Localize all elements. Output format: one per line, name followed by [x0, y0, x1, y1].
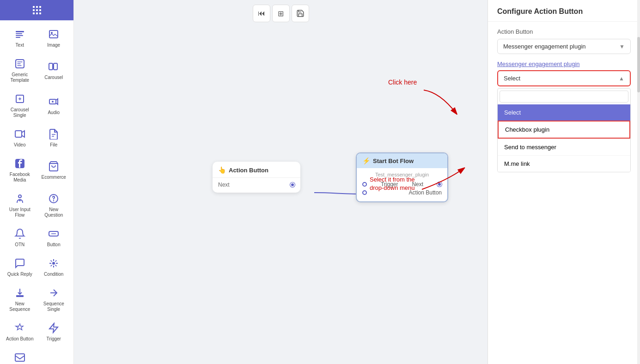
sidebar-item-label-new-question: New Question — [40, 207, 68, 218]
trigger-in-connector[interactable] — [362, 182, 367, 187]
action-in-connector[interactable] — [362, 190, 367, 195]
sidebar-item-otn[interactable]: OTN — [4, 224, 36, 251]
condition-icon — [47, 257, 60, 270]
sidebar-item-facebook-media[interactable]: Facebook Media — [4, 153, 36, 187]
action-button-node-header: 👆 Action Button — [213, 162, 300, 178]
sidebar-item-ecommerce[interactable]: Ecommerce — [38, 153, 70, 187]
action-button-section: Action Button Messenger engagement plugi… — [488, 22, 640, 61]
sidebar-item-quick-reply[interactable]: Quick Reply — [4, 253, 36, 281]
sidebar-item-label-carousel-single: Carousel Single — [6, 107, 34, 118]
sidebar: Text Image Generic Template Carousel — [0, 0, 74, 364]
quick-reply-icon — [13, 257, 26, 270]
sidebar-item-text[interactable]: Text — [4, 24, 36, 52]
sidebar-item-label-otn: OTN — [15, 242, 24, 248]
action-button-node-title: Action Button — [229, 167, 268, 174]
sidebar-item-sequence-single[interactable]: Sequence Single — [38, 283, 70, 316]
sidebar-item-carousel[interactable]: Carousel — [38, 54, 70, 87]
canvas-area: ⏮ ⊞ 👆 Action Button Next ⚡ Start Bot Flo… — [74, 0, 488, 364]
dropdown-item-send-messenger-label: Send to messenger — [504, 144, 556, 151]
dropdown-item-send-messenger[interactable]: Send to messenger — [498, 139, 630, 155]
carousel-icon — [47, 60, 60, 73]
dropdown-item-select[interactable]: Select — [498, 104, 630, 121]
ecommerce-icon — [47, 160, 60, 173]
sidebar-item-label-new-sequence: New Sequence — [6, 301, 34, 312]
image-icon — [47, 28, 60, 41]
sidebar-item-label-file: File — [50, 142, 57, 148]
sidebar-item-label-sequence-single: Sequence Single — [40, 301, 68, 312]
action-button-dropdown-value: Messenger engagement plugin — [503, 43, 586, 50]
plugin-select-chevron: ▲ — [619, 75, 624, 82]
dropdown-item-checkbox-label: Checkbox plugin — [505, 126, 549, 133]
action-button-node[interactable]: 👆 Action Button Next — [213, 162, 300, 193]
fit-button[interactable]: ⊞ — [272, 5, 290, 22]
select-annotation-line1: Select it from the — [370, 176, 415, 183]
sidebar-item-label-ecommerce: Ecommerce — [42, 175, 66, 180]
panel-title: Configure Action Button — [497, 7, 631, 16]
otn-icon — [13, 227, 26, 240]
sidebar-item-label-audio: Audio — [48, 110, 60, 115]
svg-rect-20 — [15, 354, 24, 361]
sidebar-item-button[interactable]: Button — [38, 224, 70, 251]
svg-rect-18 — [16, 295, 24, 297]
sidebar-item-label-generic: Generic Template — [6, 72, 34, 83]
action-button-section-label: Action Button — [497, 28, 631, 35]
sidebar-item-label-quick-reply: Quick Reply — [7, 272, 32, 277]
select-dropdown-annotation: Select it from the drop-down menu — [370, 176, 415, 192]
sidebar-item-action-button[interactable]: Action Button — [4, 318, 36, 346]
right-panel: Configure Action Button Action Button Me… — [488, 0, 640, 364]
panel-header: Configure Action Button — [488, 0, 640, 22]
sequence-single-icon — [47, 286, 60, 299]
sidebar-item-label-image: Image — [47, 42, 60, 48]
grid-icon — [33, 6, 41, 14]
sidebar-item-video[interactable]: Video — [4, 124, 36, 152]
svg-rect-4 — [49, 30, 58, 38]
audio-icon — [47, 95, 60, 108]
click-here-arrow — [421, 88, 458, 115]
start-bot-flow-title: Start Bot Flow — [373, 158, 414, 164]
sidebar-item-label-action-button: Action Button — [6, 336, 33, 342]
dropdown-search-input[interactable] — [500, 91, 628, 103]
action-button-dropdown-chevron: ▼ — [619, 43, 625, 50]
plugin-dropdown-open: Select Checkbox plugin Send to messenger… — [497, 88, 631, 172]
sidebar-item-carousel-single[interactable]: Carousel Single — [4, 89, 36, 122]
action-button-dropdown[interactable]: Messenger engagement plugin ▼ — [497, 39, 631, 54]
svg-rect-7 — [49, 63, 53, 70]
back-button[interactable]: ⏮ — [253, 5, 270, 22]
file-icon — [47, 127, 60, 140]
sidebar-item-label-video: Video — [14, 142, 25, 148]
dropdown-item-mme-link[interactable]: M.me link — [498, 155, 630, 172]
sidebar-item-generic-template[interactable]: Generic Template — [4, 54, 36, 87]
action-button-out-connector[interactable] — [290, 182, 295, 187]
sidebar-item-trigger[interactable]: Trigger — [38, 318, 70, 346]
sidebar-item-new[interactable]: New — [4, 347, 36, 364]
sidebar-item-label-user-input: User Input Flow — [6, 207, 34, 218]
sidebar-item-new-sequence[interactable]: New Sequence — [4, 283, 36, 316]
user-input-flow-icon — [13, 192, 26, 205]
click-here-annotation: Click here — [388, 79, 417, 86]
sidebar-item-label-trigger: Trigger — [47, 336, 61, 342]
svg-rect-8 — [54, 63, 57, 70]
action-button-sidebar-icon — [13, 322, 26, 334]
sidebar-item-new-question[interactable]: New Question — [38, 188, 70, 222]
button-icon — [47, 227, 60, 240]
facebook-media-icon — [13, 157, 26, 170]
sidebar-item-label-condition: Condition — [44, 272, 63, 277]
plugin-select-box[interactable]: Select ▲ — [497, 70, 631, 86]
sidebar-item-file[interactable]: File — [38, 124, 70, 152]
save-button[interactable] — [292, 5, 309, 22]
sidebar-item-user-input-flow[interactable]: User Input Flow — [4, 188, 36, 222]
dropdown-search-container — [498, 89, 630, 104]
sidebar-item-image[interactable]: Image — [38, 24, 70, 52]
select-annotation-line2: drop-down menu — [370, 184, 415, 191]
plugin-select-value: Select — [504, 75, 520, 82]
trigger-icon — [47, 322, 60, 334]
sidebar-item-label-button: Button — [47, 242, 61, 248]
scrollbar-thumb[interactable] — [637, 37, 640, 92]
text-icon — [13, 28, 26, 41]
dropdown-item-checkbox[interactable]: Checkbox plugin — [498, 121, 630, 139]
sidebar-icon-grid: Text Image Generic Template Carousel — [0, 20, 73, 364]
scrollbar-track — [637, 0, 640, 364]
new-icon — [13, 351, 26, 364]
sidebar-item-condition[interactable]: Condition — [38, 253, 70, 281]
sidebar-item-audio[interactable]: Audio — [38, 89, 70, 122]
